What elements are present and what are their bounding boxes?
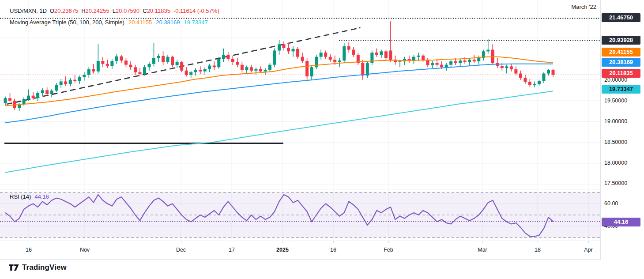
ma200-value: 19.73347: [184, 19, 207, 26]
open-prefix: O: [50, 8, 54, 14]
time-tick-mark: [181, 241, 181, 243]
high-prefix: H: [81, 8, 85, 14]
time-tick-mark: [29, 241, 29, 243]
time-axis-label: Dec: [176, 247, 186, 253]
symbol-legend[interactable]: USD/MXN, 1DO20.23675H20.24255L20.07590C2…: [10, 8, 219, 14]
tradingview-mark-icon: [9, 264, 19, 271]
price-badge: 20.41155: [602, 48, 640, 57]
rsi-value: 44.16: [34, 193, 49, 200]
time-axis-label: 16: [26, 247, 32, 253]
price-axis-label: 20.00000: [604, 77, 627, 83]
open-value: 20.23675: [54, 8, 78, 14]
close-value: 20.11835: [147, 8, 170, 14]
time-axis-label: Apr: [584, 247, 592, 253]
price-badge: 19.73347: [602, 85, 640, 94]
candlestick-series: [4, 21, 555, 111]
ma-indicator-legend[interactable]: Moving Average Triple (50, 100, 200, Sim…: [10, 19, 208, 26]
sma200-line: [5, 91, 553, 173]
close-prefix: C: [143, 8, 147, 14]
time-tick-mark: [482, 241, 483, 243]
price-axis-label: 60.00: [604, 200, 618, 207]
price-axis-label: 17.50000: [604, 180, 627, 186]
price-axis-label: 19.50000: [604, 98, 627, 104]
price-badge: 20.38169: [602, 58, 640, 67]
price-axis[interactable]: 20.0000019.5000019.0000018.5000018.00000…: [600, 0, 644, 260]
rsi-band: [0, 192, 600, 238]
high-value: 20.24255: [86, 8, 109, 14]
time-tick-mark: [588, 241, 589, 243]
time-axis-label: 17: [229, 247, 235, 253]
time-tick-mark: [85, 241, 85, 243]
price-badge: 21.46750: [602, 13, 640, 22]
time-axis[interactable]: 16NovDec17202516FebMar18Apr: [0, 241, 644, 260]
price-badge: 20.11835: [602, 69, 640, 78]
tradingview-chart-window: USD/MXN, 1DO20.23675H20.24255L20.07590C2…: [0, 0, 644, 279]
change-value: -0.11614 (-0.57%): [173, 8, 219, 14]
time-tick-mark: [538, 241, 538, 243]
time-tick-mark: [388, 241, 389, 243]
time-axis-label: 18: [535, 247, 541, 253]
ma-indicator-title[interactable]: Moving Average Triple (50, 100, 200, Sim…: [10, 19, 124, 26]
march-22-annotation: March '22: [571, 4, 596, 10]
time-tick-mark: [232, 241, 232, 243]
time-axis-label: Nov: [80, 247, 90, 253]
time-axis-label: 2025: [276, 247, 289, 253]
symbol-title[interactable]: USD/MXN, 1D: [10, 8, 47, 14]
price-axis-label: 18.50000: [604, 139, 627, 145]
rsi-indicator-legend[interactable]: RSI (14)44.16: [10, 193, 49, 200]
time-axis-label: 16: [330, 247, 336, 253]
low-value: 20.07590: [116, 8, 139, 14]
price-badge: 44.16: [602, 218, 640, 226]
low-prefix: L: [113, 8, 116, 14]
time-tick-mark: [282, 241, 283, 243]
chart-canvas[interactable]: [0, 0, 644, 260]
time-axis-label: Mar: [478, 247, 487, 253]
rsi-indicator-title[interactable]: RSI (14): [10, 193, 31, 200]
tradingview-logo[interactable]: TradingView: [9, 263, 67, 272]
footer: TradingView: [0, 260, 644, 279]
time-tick-mark: [333, 241, 334, 243]
ma50-value: 20.41155: [128, 19, 152, 26]
price-axis-label: 18.00000: [604, 160, 627, 166]
ma100-value: 20.38169: [156, 19, 180, 26]
price-badge: 20.93928: [602, 36, 640, 45]
time-axis-label: Feb: [384, 247, 393, 253]
price-axis-label: 19.00000: [604, 118, 627, 124]
tradingview-wordmark: TradingView: [22, 263, 67, 272]
sma50-line: [5, 57, 553, 106]
